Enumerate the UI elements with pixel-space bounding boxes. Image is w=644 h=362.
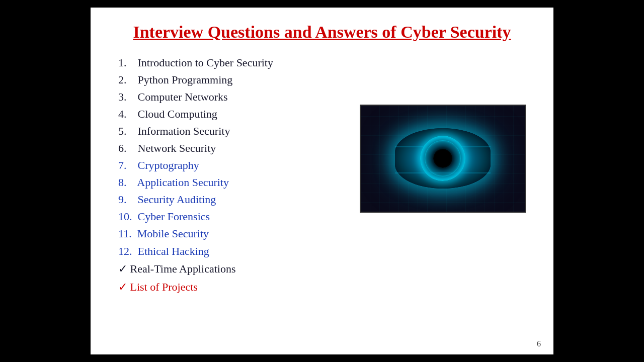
item-num-7: 7. bbox=[118, 159, 127, 171]
cyber-eye-image bbox=[360, 105, 526, 213]
item-num-2: 2. bbox=[118, 73, 127, 86]
item-text-9: Security Auditing bbox=[138, 193, 216, 206]
item-text-1: Introduction to Cyber Security bbox=[138, 56, 273, 69]
list-item-2: 2. Python Programming bbox=[118, 71, 350, 88]
list-item-7: 7. Cryptography bbox=[118, 157, 350, 174]
check-item-2: ✓ List of Projects bbox=[118, 278, 350, 296]
eye-iris bbox=[420, 136, 465, 181]
item-num-5: 5. bbox=[118, 125, 127, 137]
item-num-4: 4. bbox=[118, 108, 127, 120]
list-item-10: 10. Cyber Forensics bbox=[118, 208, 350, 225]
image-section bbox=[360, 105, 526, 213]
list-item-3: 3. Computer Networks bbox=[118, 88, 350, 106]
item-num-1: 1. bbox=[118, 56, 127, 69]
item-num-6: 6. bbox=[118, 142, 127, 154]
item-text-5: Information Security bbox=[138, 125, 230, 137]
item-text-8: Application Security bbox=[137, 176, 229, 189]
item-num-12: 12. bbox=[118, 245, 132, 257]
eye-outer bbox=[395, 128, 491, 189]
list-item-4: 4. Cloud Computing bbox=[118, 106, 350, 123]
item-text-11: Mobile Security bbox=[137, 227, 209, 240]
eye-container bbox=[392, 126, 493, 191]
check-text-2: List of Projects bbox=[130, 281, 198, 293]
list-item-5: 5. Information Security bbox=[118, 123, 350, 140]
item-text-12: Ethical Hacking bbox=[138, 245, 209, 257]
item-num-10: 10. bbox=[118, 210, 132, 223]
list-item-6: 6. Network Security bbox=[118, 140, 350, 157]
item-text-2: Python Programming bbox=[138, 73, 233, 86]
item-text-10: Cyber Forensics bbox=[138, 210, 210, 223]
list-item-8: 8. Application Security bbox=[118, 174, 350, 191]
main-area: 1. Introduction to Cyber Security 2. Pyt… bbox=[118, 54, 526, 297]
black-bar-right bbox=[558, 0, 644, 362]
list-item-11: 11. Mobile Security bbox=[118, 225, 350, 242]
item-text-4: Cloud Computing bbox=[138, 108, 217, 120]
item-num-8: 8. bbox=[118, 176, 127, 189]
list-item-1: 1. Introduction to Cyber Security bbox=[118, 54, 350, 71]
item-num-11: 11. bbox=[118, 227, 132, 240]
item-num-9: 9. bbox=[118, 193, 127, 206]
eye-pupil bbox=[433, 149, 452, 168]
item-text-3: Computer Networks bbox=[138, 90, 228, 103]
slide: Interview Questions and Answers of Cyber… bbox=[91, 8, 553, 354]
page-number: 6 bbox=[537, 339, 541, 348]
black-bar-left bbox=[0, 0, 86, 362]
item-num-3: 3. bbox=[118, 90, 127, 103]
item-text-7: Cryptography bbox=[138, 159, 199, 171]
list-item-9: 9. Security Auditing bbox=[118, 191, 350, 208]
list-section: 1. Introduction to Cyber Security 2. Pyt… bbox=[118, 54, 350, 297]
slide-title: Interview Questions and Answers of Cyber… bbox=[118, 22, 526, 43]
list-item-12: 12. Ethical Hacking bbox=[118, 243, 350, 260]
check-text-1: Real-Time Applications bbox=[130, 262, 236, 275]
item-text-6: Network Security bbox=[138, 142, 216, 154]
check-item-1: ✓ Real-Time Applications bbox=[118, 260, 350, 278]
